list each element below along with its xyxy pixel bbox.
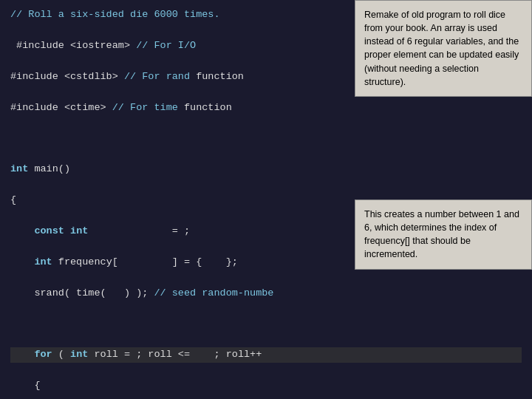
- code-line-9: int frequency[ ] = { };: [10, 256, 238, 267]
- tooltip-1-text: Remake of old program to roll dice from …: [364, 10, 519, 87]
- code-line-2: #include <iostream>: [10, 40, 136, 51]
- code-line-10: srand( time( ) ); // seed random-numbe: [10, 287, 273, 299]
- code-line-4: #include <ctime>: [10, 102, 112, 113]
- tooltip-2-text: This creates a number between 1 and 6, w…: [364, 209, 519, 259]
- code-line-12: for ( int roll = ; roll <= ; roll++: [10, 349, 262, 360]
- code-line-7: {: [10, 194, 16, 205]
- code-line-8: const int = ;: [10, 225, 190, 236]
- tooltip-1: Remake of old program to roll dice from …: [355, 0, 532, 97]
- tooltip-2: This creates a number between 1 and 6, w…: [355, 200, 532, 270]
- code-line-13: {: [10, 380, 41, 391]
- code-line-1: // Roll a six-sided die 6000 times.: [10, 9, 220, 20]
- code-line-3: #include <cstdlib>: [10, 71, 124, 82]
- main-container: // Roll a six-sided die 6000 times. #inc…: [0, 0, 532, 399]
- code-line-6: int: [10, 163, 28, 174]
